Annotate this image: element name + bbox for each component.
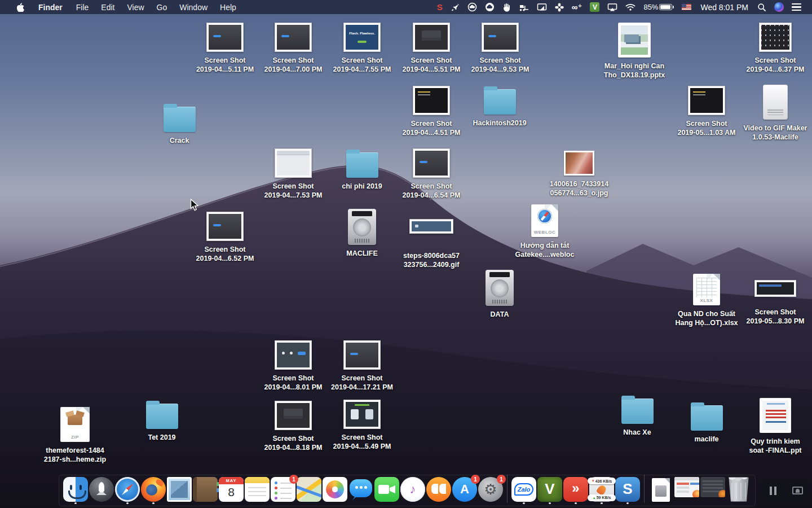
desktop-icon-screenshot-7-55[interactable]: Flash. Flawless.Screen Shot2019-04...7.5… — [324, 23, 400, 74]
dock-item-trash[interactable] — [726, 477, 752, 504]
dock-item-zalo[interactable]: Zalo — [511, 477, 537, 504]
dock-item-notes[interactable] — [244, 477, 270, 504]
dock-item-folx[interactable]: ▼436 KB/s▲59 KB/s — [589, 477, 615, 504]
desktop-icon-gif-steps[interactable]: steps-8006dca57323756...2409.gif — [393, 219, 470, 269]
creative-cloud-icon[interactable] — [464, 0, 481, 14]
folder-icon — [146, 404, 178, 429]
menu-go[interactable]: Go — [151, 0, 174, 14]
gallery-button[interactable] — [787, 480, 808, 501]
desktop-icon-screenshot-8-18[interactable]: Screen Shot2019-04...8.18 PM — [255, 401, 332, 452]
notification-center-icon[interactable] — [788, 0, 805, 14]
menu-clock[interactable]: Wed 8:01 PM — [695, 3, 753, 12]
menu-view[interactable]: View — [121, 0, 150, 14]
display-mirroring-icon[interactable] — [533, 0, 551, 14]
desktop-icon-folder-hackintosh2019[interactable]: Hackintosh2019 — [461, 86, 538, 128]
dock-item-firefox[interactable] — [140, 477, 166, 504]
desktop-icon-screenshot-6-54[interactable]: Screen Shot2019-04...6.54 PM — [393, 148, 470, 200]
desktop-icon-ppt-quy-trinh[interactable]: Quy trinh kiemsoat -FINAL.ppt — [737, 398, 812, 455]
dock-item-launchpad[interactable] — [89, 477, 114, 504]
desktop-icon-folder-crack[interactable]: Crack — [141, 103, 218, 145]
dock-item-v-app[interactable]: V — [537, 477, 563, 504]
desktop-icon-folder-chi-phi-2019[interactable]: chi phi 2019 — [324, 149, 400, 191]
hand-icon[interactable] — [498, 0, 515, 14]
minimized-folx-window — [700, 477, 725, 497]
dock-item-appstore[interactable]: A1 — [452, 477, 478, 504]
desktop-icon-screenshot-5-49[interactable]: Screen Shot2019-04...5.49 PM — [324, 400, 400, 451]
dock-item-red-app[interactable]: » — [563, 477, 589, 504]
airplay-icon[interactable] — [603, 0, 621, 14]
dock-item-document[interactable] — [648, 477, 674, 504]
desktop-icon-screenshot-6-37[interactable]: Screen Shot2019-04...6.37 PM — [737, 23, 812, 74]
desktop-icon-pptx-mar-hoi-nghi[interactable]: Mar_Hoi nghi CanTho_DX18.19.pptx — [596, 23, 673, 80]
spotlight-icon[interactable] — [753, 0, 770, 14]
desktop-icon-screenshot-5-51[interactable]: Screen Shot2019-04...5.51 PM — [393, 23, 470, 74]
dock-item-safari[interactable] — [114, 477, 140, 504]
menu-file[interactable]: File — [70, 0, 95, 14]
dock-item-facetime[interactable] — [374, 477, 400, 504]
screenshot-thumbnail — [206, 212, 244, 241]
menu-finder[interactable]: Finder — [31, 0, 70, 14]
mail-icon — [167, 477, 192, 502]
icon-label: Screen Shot2019-04...6.52 PM — [196, 245, 254, 263]
cloud-app-icon[interactable] — [481, 0, 498, 14]
desktop-icon-folder-maclife[interactable]: maclife — [668, 402, 745, 444]
wifi-icon[interactable] — [621, 0, 639, 14]
apple-menu[interactable] — [10, 0, 31, 14]
dock-item-messages[interactable] — [348, 477, 374, 504]
finder-icon — [63, 477, 88, 502]
dock-item-mail[interactable] — [166, 477, 192, 504]
desktop-icon-screenshot-9-53[interactable]: Screen Shot2019-04...9.53 PM — [462, 23, 539, 74]
dock-item-minimized-window-folx[interactable] — [700, 477, 726, 504]
dock-item-system-preferences[interactable]: ⚙1 — [478, 477, 504, 504]
dock-item-calendar[interactable]: MAY8 — [218, 477, 244, 504]
icon-label: Screen Shot2019-05...1.03 AM — [677, 119, 735, 137]
fan-icon[interactable] — [551, 0, 568, 14]
v-input-icon[interactable]: V — [586, 0, 603, 14]
dock-item-maps[interactable] — [296, 477, 322, 504]
desktop-icon-screenshot-7-00[interactable]: Screen Shot2019-04...7.00 PM — [255, 23, 332, 74]
screenshot-thumbnail — [413, 86, 450, 115]
dock-item-ibooks[interactable] — [426, 477, 452, 504]
dock-item-minimized-window-firefox[interactable] — [674, 477, 700, 504]
desktop-icon-screenshot-5-11[interactable]: Screen Shot2019-04...5.11 PM — [187, 23, 263, 74]
menu-help[interactable]: Help — [214, 0, 242, 14]
desktop-icon-screenshot-7-53[interactable]: Screen Shot2019-04...7.53 PM — [255, 148, 332, 200]
siri-icon[interactable] — [770, 0, 788, 14]
input-source-flag[interactable] — [678, 0, 695, 14]
icon-label: Tet 2019 — [148, 433, 175, 442]
desktop-icon-folder-tet-2019[interactable]: Tet 2019 — [123, 400, 200, 442]
rocket-status-icon[interactable] — [447, 0, 464, 14]
desktop-icon-folder-nhac-xe[interactable]: Nhac Xe — [599, 395, 676, 437]
desktop-icon-drive-data[interactable]: DATA — [461, 270, 538, 319]
desktop-icon-screenshot-1-03am[interactable]: Screen Shot2019-05...1.03 AM — [668, 86, 745, 137]
dock-item-snagit[interactable]: S — [615, 477, 641, 504]
battery-indicator[interactable]: 85% — [639, 0, 678, 14]
us-flag-icon — [682, 4, 691, 10]
infinity-icon[interactable]: ∞⁺ — [568, 0, 586, 14]
menu-edit[interactable]: Edit — [95, 0, 121, 14]
desktop-icon-screenshot-17-21[interactable]: Screen Shot2019-04...17.21 PM — [324, 340, 400, 392]
desktop-icon-screenshot-6-52[interactable]: Screen Shot2019-04...6.52 PM — [187, 212, 263, 263]
contacts-icon — [193, 477, 218, 502]
desktop-icon-dmg-video-to-gif-maker[interactable]: Video to GIF Maker1.0.53-Maclife — [737, 85, 812, 142]
notification-badge: 1 — [497, 475, 506, 484]
dock-item-contacts[interactable] — [192, 477, 218, 504]
pause-button[interactable] — [762, 480, 783, 501]
menu-window[interactable]: Window — [173, 0, 214, 14]
desktop-icon-xlsx-qua-nd[interactable]: XLSXQua ND cho SuấtHang Hộ...OT).xlsx — [668, 274, 745, 327]
dock-item-reminders[interactable]: 1 — [270, 477, 296, 504]
desktop-icon-jpg-1400616[interactable]: 1400616_7433914056774...63_o.jpg — [541, 151, 617, 198]
dock-item-itunes[interactable]: ♪ — [400, 477, 426, 504]
desktop-icon-zip-themeforest[interactable]: ZIPthemeforest-14842187-sh...heme.zip — [37, 407, 113, 464]
desktop-icon-screenshot-8-30[interactable]: Screen Shot2019-05...8.30 PM — [737, 280, 812, 326]
snagit-status-icon[interactable]: S — [433, 0, 447, 14]
desktop-icon-drive-maclife[interactable]: MACLIFE — [324, 209, 400, 258]
icon-label: MACLIFE — [346, 249, 378, 258]
dock-item-photos[interactable] — [322, 477, 348, 504]
dock-item-finder[interactable] — [63, 477, 89, 504]
desktop-icon-screenshot-4-51[interactable]: Screen Shot2019-04...4.51 PM — [393, 86, 470, 137]
desktop-icon-webloc-huong-dan[interactable]: WEBLOCHướng dẫn tắtGatekee....webloc — [506, 204, 583, 259]
forklift-icon[interactable] — [515, 0, 533, 14]
screenshot-thumbnail — [343, 400, 381, 429]
desktop-icon-screenshot-8-01[interactable]: Screen Shot2019-04...8.01 PM — [255, 340, 332, 392]
